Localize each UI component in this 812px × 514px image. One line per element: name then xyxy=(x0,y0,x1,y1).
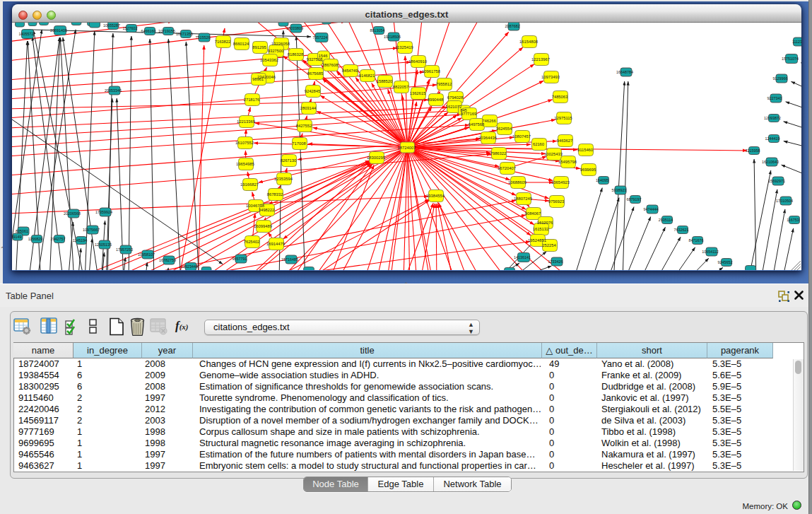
svg-text:7955812: 7955812 xyxy=(436,82,452,86)
svg-text:8813054: 8813054 xyxy=(370,28,385,33)
svg-text:20691406: 20691406 xyxy=(50,28,67,33)
svg-text:10655287: 10655287 xyxy=(103,23,120,28)
svg-text:19384554: 19384554 xyxy=(426,194,445,198)
svg-text:15692971: 15692971 xyxy=(768,179,785,183)
svg-text:17957253: 17957253 xyxy=(116,247,133,252)
svg-text:20206568: 20206568 xyxy=(64,211,81,216)
svg-text:1362615: 1362615 xyxy=(410,91,426,95)
svg-text:8678332: 8678332 xyxy=(267,192,283,197)
svg-text:9242845: 9242845 xyxy=(305,89,321,93)
svg-text:12213369: 12213369 xyxy=(237,119,255,124)
svg-text:717008: 717008 xyxy=(292,141,305,146)
svg-text:3498222: 3498222 xyxy=(259,208,275,212)
svg-text:9146821: 9146821 xyxy=(359,74,375,78)
svg-text:1244419: 1244419 xyxy=(765,136,780,141)
svg-text:7515526: 7515526 xyxy=(196,35,211,40)
svg-text:252254: 252254 xyxy=(542,243,556,247)
svg-text:18724007: 18724007 xyxy=(398,146,416,150)
svg-text:62160: 62160 xyxy=(533,142,544,146)
svg-text:18807249: 18807249 xyxy=(514,197,532,201)
svg-text:746266: 746266 xyxy=(482,119,495,123)
svg-text:10961758: 10961758 xyxy=(422,69,440,74)
svg-text:10807457: 10807457 xyxy=(512,134,531,139)
svg-text:15495798: 15495798 xyxy=(558,160,577,164)
svg-text:10654112: 10654112 xyxy=(702,250,719,254)
svg-text:14136141: 14136141 xyxy=(514,255,531,259)
svg-text:10958107: 10958107 xyxy=(138,252,155,257)
svg-text:16107552: 16107552 xyxy=(235,141,254,145)
svg-text:891295: 891295 xyxy=(252,45,266,49)
svg-text:7357224: 7357224 xyxy=(313,35,328,40)
svg-text:8454749: 8454749 xyxy=(342,69,358,73)
svg-text:12093872: 12093872 xyxy=(764,116,781,120)
svg-text:10719155: 10719155 xyxy=(158,29,175,33)
svg-text:18300295: 18300295 xyxy=(367,156,385,160)
svg-text:16720407: 16720407 xyxy=(498,166,516,170)
svg-text:10025433: 10025433 xyxy=(544,152,563,156)
svg-text:16099489: 16099489 xyxy=(254,224,272,228)
svg-text:16210643: 16210643 xyxy=(762,160,779,164)
svg-text:6794028: 6794028 xyxy=(447,95,464,100)
svg-text:8660124: 8660124 xyxy=(233,42,249,46)
svg-text:7625402: 7625402 xyxy=(244,240,260,244)
svg-text:19524851: 19524851 xyxy=(528,238,546,243)
svg-text:6466160: 6466160 xyxy=(141,29,156,33)
svg-text:7986322: 7986322 xyxy=(490,151,507,156)
svg-text:7632621: 7632621 xyxy=(674,228,689,232)
svg-text:2803144: 2803144 xyxy=(300,106,317,110)
svg-text:116753: 116753 xyxy=(787,218,799,222)
svg-text:7163822: 7163822 xyxy=(215,40,231,44)
svg-text:15751074: 15751074 xyxy=(782,57,799,61)
svg-text:2867608: 2867608 xyxy=(322,63,339,67)
svg-text:20364436: 20364436 xyxy=(478,136,497,140)
svg-text:10973493: 10973493 xyxy=(541,75,560,79)
svg-text:10688609: 10688609 xyxy=(508,180,526,185)
svg-text:9084067: 9084067 xyxy=(525,211,541,216)
svg-text:1156829: 1156829 xyxy=(28,237,43,241)
svg-text:9699695: 9699695 xyxy=(580,168,596,172)
svg-text:39149: 39149 xyxy=(12,235,22,239)
svg-text:98961: 98961 xyxy=(252,77,264,81)
svg-text:9463627: 9463627 xyxy=(557,139,573,143)
svg-text:20053346: 20053346 xyxy=(105,88,122,93)
svg-text:19654985: 19654985 xyxy=(236,162,254,166)
svg-text:8471676: 8471676 xyxy=(689,238,704,243)
svg-text:17359924: 17359924 xyxy=(95,210,112,214)
svg-text:16782759: 16782759 xyxy=(159,258,176,262)
svg-text:7485063: 7485063 xyxy=(552,95,568,99)
svg-text:9115460: 9115460 xyxy=(577,148,593,152)
svg-text:9245652: 9245652 xyxy=(718,260,733,264)
svg-text:12213967: 12213967 xyxy=(531,57,550,62)
svg-text:13654923: 13654923 xyxy=(551,180,570,185)
svg-text:16671355: 16671355 xyxy=(176,32,193,36)
svg-text:3215958: 3215958 xyxy=(746,148,760,153)
svg-text:12923448: 12923448 xyxy=(181,264,198,269)
svg-text:9756923: 9756923 xyxy=(548,199,565,204)
svg-text:17010504: 17010504 xyxy=(776,199,793,203)
svg-text:3624554: 3624554 xyxy=(496,127,512,131)
svg-text:8427552: 8427552 xyxy=(296,124,312,128)
svg-text:164095: 164095 xyxy=(596,178,608,182)
svg-text:9129966: 9129966 xyxy=(773,76,788,81)
svg-text:1527602: 1527602 xyxy=(123,26,138,30)
svg-text:835061: 835061 xyxy=(16,229,28,233)
svg-text:8186328: 8186328 xyxy=(288,52,304,57)
svg-text:6879197: 6879197 xyxy=(627,197,642,201)
svg-text:1588520: 1588520 xyxy=(377,79,393,83)
svg-text:16154808: 16154808 xyxy=(519,40,538,44)
svg-text:5938923: 5938923 xyxy=(612,188,627,192)
svg-text:16914479: 16914479 xyxy=(266,242,285,246)
svg-text:9777169: 9777169 xyxy=(461,112,477,116)
svg-text:12353594: 12353594 xyxy=(274,177,293,181)
svg-text:2935114: 2935114 xyxy=(659,218,673,222)
svg-text:11123: 11123 xyxy=(792,40,801,44)
svg-text:19218506: 19218506 xyxy=(384,35,401,39)
svg-text:10975667: 10975667 xyxy=(83,228,100,232)
svg-text:2942757: 2942757 xyxy=(51,237,66,241)
svg-text:16648784: 16648784 xyxy=(616,70,633,74)
svg-text:18640910: 18640910 xyxy=(408,59,427,64)
svg-text:1621072: 1621072 xyxy=(446,105,462,109)
svg-text:8822057: 8822057 xyxy=(393,85,409,89)
svg-text:1546: 1546 xyxy=(319,54,328,58)
svg-text:12975115: 12975115 xyxy=(554,116,572,120)
